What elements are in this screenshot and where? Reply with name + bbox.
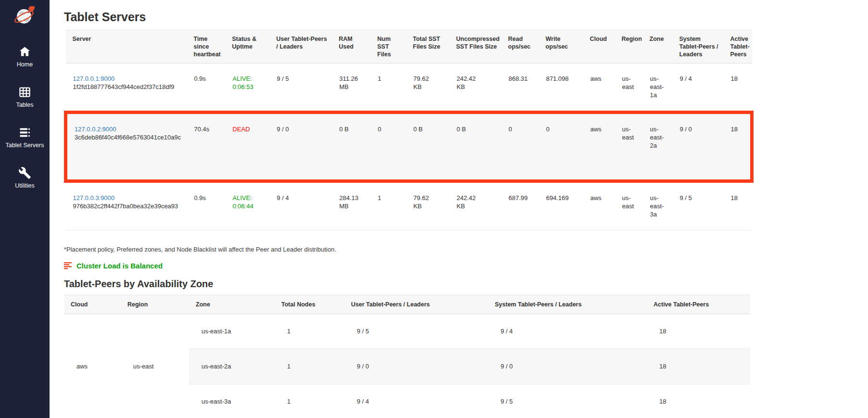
col-read-ops: Read ops/sec bbox=[502, 30, 539, 63]
col-status: Status & Uptime bbox=[226, 30, 270, 63]
cell-system-peers: 9 / 0 bbox=[673, 113, 724, 181]
cell-region: us-east bbox=[121, 314, 189, 418]
cell-status: ALIVE: 0:06:53 bbox=[226, 63, 270, 113]
cell-cloud: aws bbox=[583, 113, 615, 181]
sidebar-item-label: Tablet Servers bbox=[6, 142, 44, 149]
zone-value: us-east-1a bbox=[650, 75, 668, 99]
col-uncompressed-sst: Uncompressed SST Files Size bbox=[450, 30, 502, 63]
uptime-value: 0:06:44 bbox=[233, 202, 267, 210]
cell-server: 127.0.0.2:9000 3c6deb86f40c4f668e5763041… bbox=[66, 113, 187, 181]
region-value: us-east bbox=[622, 194, 638, 210]
cell-server: 127.0.0.1:9000 1f2fd188777643cf944ced2f3… bbox=[66, 63, 187, 113]
page-title: Tablet Servers bbox=[64, 10, 868, 24]
total-sst-value: 0 B bbox=[414, 125, 438, 133]
cluster-load-status: Cluster Load is Balanced bbox=[64, 262, 868, 270]
cell-total-nodes: 1 bbox=[275, 384, 344, 418]
cell-write-ops: 0 bbox=[539, 113, 583, 181]
zones-section-title: Tablet-Peers by Availability Zone bbox=[64, 278, 868, 290]
region-value: us-east bbox=[622, 125, 638, 141]
col-user-peers: User Tablet-Peers / Leaders bbox=[344, 295, 488, 314]
cell-num-sst: 0 bbox=[371, 113, 406, 181]
cell-system-peers: 9 / 5 bbox=[673, 181, 724, 230]
cell-ram: 311.26 MB bbox=[332, 63, 371, 113]
cell-zone: us-east-2a bbox=[643, 113, 673, 181]
server-link[interactable]: 127.0.0.3:9000 bbox=[73, 194, 115, 202]
cell-server: 127.0.0.3:9000 976b382c2ff442f7ba0bea32e… bbox=[66, 181, 187, 230]
server-link[interactable]: 127.0.0.1:9000 bbox=[73, 75, 115, 82]
cell-active-peers: 18 bbox=[724, 63, 752, 113]
ram-value: 0 B bbox=[340, 125, 364, 133]
utilities-icon bbox=[18, 166, 31, 179]
table-row: 127.0.0.1:9000 1f2fd188777643cf944ced2f3… bbox=[66, 63, 752, 113]
servers-table-header-row: Server Time since heartbeat Status & Upt… bbox=[66, 30, 752, 63]
sidebar-item-label: Utilities bbox=[15, 182, 34, 190]
cell-zone: us-east-1a bbox=[643, 63, 673, 113]
cell-heartbeat: 0.9s bbox=[187, 181, 226, 230]
cell-zone: us-east-3a bbox=[189, 384, 275, 418]
col-active-peers: Active Tablet-Peers bbox=[724, 30, 752, 63]
col-region: Region bbox=[615, 30, 643, 63]
home-icon bbox=[18, 45, 31, 58]
sidebar-item-tables[interactable]: Tables bbox=[0, 86, 50, 109]
cell-ram: 284.13 MB bbox=[332, 181, 371, 230]
cell-num-sst: 1 bbox=[371, 181, 406, 230]
cell-cloud: aws bbox=[64, 314, 121, 418]
tables-icon bbox=[18, 86, 31, 99]
yugabytedb-planet-rocket-logo-icon[interactable] bbox=[13, 4, 37, 27]
cell-active-peers: 18 bbox=[647, 349, 750, 384]
server-uuid: 976b382c2ff442f7ba0bea32e39cea93 bbox=[73, 202, 184, 210]
sidebar: Home Tables Tablet Servers Utilities bbox=[0, 0, 50, 418]
cell-heartbeat: 70.4s bbox=[187, 113, 226, 181]
cell-total-nodes: 1 bbox=[275, 349, 344, 384]
cell-heartbeat: 0.9s bbox=[187, 63, 226, 113]
cell-num-sst: 1 bbox=[371, 63, 406, 113]
cell-write-ops: 871.098 bbox=[539, 63, 583, 113]
cell-status: DEAD bbox=[226, 113, 270, 181]
cell-total-sst: 79.62 KB bbox=[406, 181, 450, 230]
cell-system-peers: 9 / 0 bbox=[488, 349, 647, 384]
zone-value: us-east-2a bbox=[650, 125, 668, 150]
col-zone: Zone bbox=[189, 295, 275, 314]
cell-read-ops: 868.31 bbox=[502, 63, 539, 113]
cell-status: ALIVE: 0:06:44 bbox=[226, 181, 270, 230]
col-write-ops: Write ops/sec bbox=[539, 30, 583, 63]
cell-total-nodes: 1 bbox=[275, 314, 344, 349]
col-heartbeat: Time since heartbeat bbox=[187, 30, 226, 63]
sidebar-item-utilities[interactable]: Utilities bbox=[0, 166, 50, 190]
cell-active-peers: 18 bbox=[724, 181, 752, 230]
col-total-sst: Total SST Files Size bbox=[406, 30, 450, 63]
uncompressed-sst-value: 242.42 KB bbox=[457, 194, 481, 210]
cell-zone: us-east-1a bbox=[189, 314, 275, 349]
cell-uncompressed-sst: 242.42 KB bbox=[450, 181, 502, 230]
col-cloud: Cloud bbox=[583, 30, 615, 63]
cell-read-ops: 0 bbox=[502, 113, 539, 181]
sidebar-item-label: Tables bbox=[16, 101, 33, 109]
col-num-sst: Num SST Files bbox=[371, 30, 406, 63]
status-label: ALIVE: bbox=[233, 194, 267, 202]
cell-uncompressed-sst: 0 B bbox=[450, 113, 502, 181]
sidebar-item-home[interactable]: Home bbox=[0, 45, 50, 68]
server-uuid: 3c6deb86f40c4f668e5763041ce10a9c bbox=[75, 133, 184, 141]
load-bars-icon bbox=[64, 262, 72, 269]
cell-user-peers: 9 / 4 bbox=[270, 181, 332, 230]
cell-system-peers: 9 / 4 bbox=[488, 314, 647, 349]
total-sst-value: 79.62 KB bbox=[414, 75, 438, 91]
col-system-peers: System Tablet-Peers / Leaders bbox=[673, 30, 724, 63]
cell-uncompressed-sst: 242.42 KB bbox=[450, 63, 502, 113]
sidebar-nav: Home Tables Tablet Servers Utilities bbox=[0, 45, 50, 207]
tablet-peers-by-zone-table: Cloud Region Zone Total Nodes User Table… bbox=[64, 295, 750, 418]
cell-active-peers: 18 bbox=[647, 384, 750, 418]
placement-policy-footnote: *Placement policy, Preferred zones, and … bbox=[64, 246, 868, 253]
cell-user-peers: 9 / 5 bbox=[270, 63, 332, 113]
col-user-peers: User Tablet-Peers / Leaders bbox=[270, 30, 332, 63]
cell-region: us-east bbox=[615, 63, 643, 113]
uptime-value: 0:06:53 bbox=[233, 83, 267, 91]
cell-zone: us-east-2a bbox=[189, 349, 275, 384]
col-system-peers: System Tablet-Peers / Leaders bbox=[488, 295, 647, 314]
status-label: DEAD bbox=[233, 125, 267, 133]
table-row: aws us-east us-east-1a 1 9 / 5 9 / 4 18 bbox=[64, 314, 750, 349]
server-link[interactable]: 127.0.0.2:9000 bbox=[75, 126, 116, 133]
sidebar-item-tablet-servers[interactable]: Tablet Servers bbox=[0, 126, 50, 149]
uncompressed-sst-value: 0 B bbox=[457, 125, 481, 133]
cell-active-peers: 18 bbox=[724, 113, 752, 181]
